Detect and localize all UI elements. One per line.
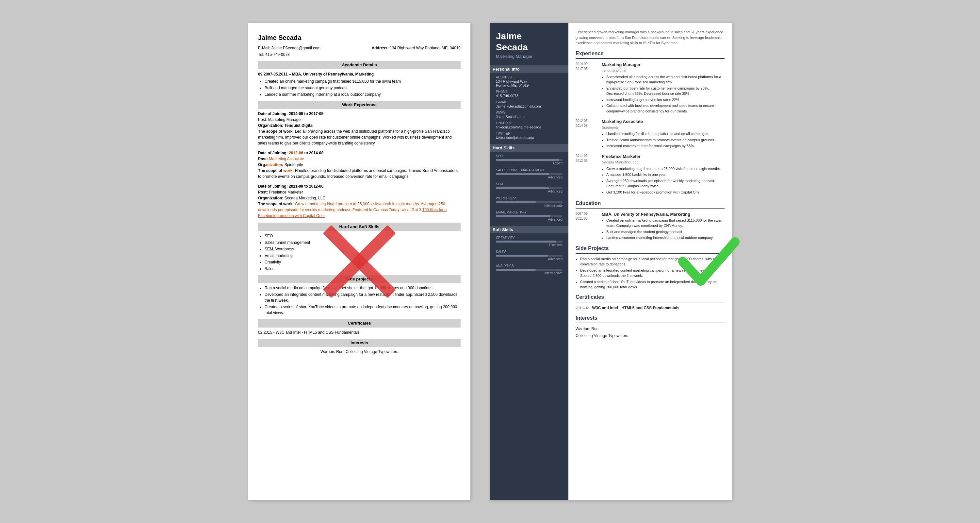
soft-skills-section: Soft Skills (490, 226, 568, 233)
list-item: Developed an integrated content marketin… (265, 292, 461, 303)
summary: Experienced growth marketing manager wit… (576, 29, 725, 46)
interests-section-title: Interests (258, 339, 461, 347)
skill-wordpress: WORDPRESS Intermediate (496, 196, 563, 207)
skill-seo: SEO Expert (496, 154, 563, 165)
personal-address: Address 134 Rightward WayPortland, ME, 0… (496, 75, 563, 87)
list-item: Collaborated with business development a… (606, 103, 725, 114)
list-item: Spearheaded all branding across the web … (606, 74, 725, 85)
list-item: Sales (265, 266, 461, 272)
skill-sem: SEM Advanced (496, 182, 563, 193)
personal-linkedin: LinkedIn linkedin.com/n/jaime-secada (496, 121, 563, 129)
personal-info-section: Personal Info (490, 65, 568, 73)
cert-item: 02.2015 - W3C and Intel - HTML5 and CSS … (258, 330, 461, 335)
academic-section-title: Academic Details (258, 61, 461, 69)
list-item: SEO (265, 233, 461, 239)
certs-section-title: Certificates (258, 319, 461, 327)
exp-block-1: 2014-09 -2017-05 Marketing Manager Tenqu… (576, 61, 725, 115)
list-item: Email marketing (265, 253, 461, 258)
exp-block-3: 2011-09 -2012-06 Freelance Marketer Seca… (576, 153, 725, 196)
list-item: Built and managed the student geology po… (606, 229, 725, 235)
personal-www: WWW JaimeSecada.com (496, 111, 563, 119)
right-resume: Jaime Secada Marketing Manager Personal … (490, 23, 732, 500)
side-projects-list: Ran a social media ad campaign for a loc… (576, 256, 725, 290)
list-item: Created an online marketing campaign tha… (265, 78, 461, 85)
skill-email-marketing: EMAIL MARKETING Advanced (496, 210, 563, 221)
left-email: E-Mail: Jaime.FSecada@gmail.com (258, 45, 320, 51)
left-tel: Tel: 415-749-0073 (258, 52, 461, 57)
skill-creativity: CREATIVITY Excellent (496, 236, 563, 247)
right-title: Marketing Manager (496, 54, 563, 59)
skill-sales: SALES Advanced (496, 250, 563, 261)
personal-phone: Phone 415-749-0073 (496, 90, 563, 98)
list-item: Handled branding for distributed platfor… (606, 131, 715, 137)
list-item: Got 3,100 likes for a Facebook promotion… (606, 190, 725, 195)
list-item: Grew a marketing blog from zero to 25,00… (606, 166, 725, 172)
list-item: Ran a social media ad campaign for a loc… (580, 256, 725, 267)
list-item: Ran a social media ad campaign for a loc… (265, 285, 461, 291)
personal-twitter: Twitter twitter.com/jaimesecada (496, 132, 563, 140)
list-item: Creativity (265, 259, 461, 265)
list-item: Created a series of short YouTube videos… (580, 279, 725, 290)
left-address: Address: 134 Rightward Way Portland, ME,… (372, 45, 461, 51)
list-item: Created an online marketing campaign tha… (606, 218, 725, 228)
academic-bullets: Created an online marketing campaign tha… (258, 78, 461, 97)
interest-2: Collecting Vintage Typewriters (576, 333, 725, 339)
edu-block-1: 2007-09 -2011-05 MBA, University of Penn… (576, 211, 725, 241)
work-block-3: Date of Joining: 2011-09 to 2012-06 Post… (258, 183, 461, 219)
list-item: SEM, Wordpress (265, 246, 461, 252)
list-item: Enhanced our open rate for customer onli… (606, 86, 725, 96)
list-item: Developed an integrated content marketin… (580, 268, 725, 279)
cert-row-1: 2015-02 W3C and Intel - HTML5 and CSS Fu… (576, 305, 725, 311)
list-item: Trained Brand Ambassadors to promote eve… (606, 137, 715, 143)
certs-main-title: Certificates (576, 293, 725, 302)
list-item: Landed a summer marketing internship at … (265, 91, 461, 97)
hard-skills-section: Hard Skills (490, 144, 568, 151)
skills-list: SEO Sales funnel management SEM, Wordpre… (258, 233, 461, 272)
academic-block: 09.2007-05.2011 – MBA, University of Pen… (258, 71, 461, 97)
academic-degree: 09.2007-05.2011 – MBA, University of Pen… (258, 72, 374, 77)
side-section-title: Side projects (258, 275, 461, 284)
list-item: Increased landing page conversion rates … (606, 97, 725, 103)
interests-main-title: Interests (576, 314, 725, 323)
left-name-header: Jaime Secada (258, 33, 461, 43)
list-item: Averaged 250 downloads per episode for w… (606, 178, 725, 189)
personal-email: E-mail Jaime.FSecada@gmail.com (496, 100, 563, 108)
side-section-title: Side Projects (576, 244, 725, 254)
list-item: Landed a summer marketing internship at … (606, 235, 725, 241)
left-resume: Jaime Secada E-Mail: Jaime.FSecada@gmail… (248, 23, 470, 500)
work-block-2: Date of Joining: 2012-06 to 2014-08 Post… (258, 150, 461, 179)
right-name: Jaime Secada (496, 31, 563, 53)
exp-block-2: 2012-06 -2014-08 Marketing Associate Spi… (576, 118, 725, 149)
list-item: Increased conversion rate for email camp… (606, 143, 715, 149)
skill-sfm: SALES FUNNEL MANAGEMENT Advanced (496, 168, 563, 179)
work-block-1: Date of Joining: 2014-09 to 2017-05 Post… (258, 111, 461, 146)
exp-section-title: Experience (576, 50, 725, 59)
left-contact-row: E-Mail: Jaime.FSecada@gmail.com Address:… (258, 45, 461, 51)
list-item: Created a series of short YouTube videos… (265, 304, 461, 316)
edu-section-title: Education (576, 199, 725, 209)
side-list: Ran a social media ad campaign for a loc… (258, 285, 461, 316)
interests-text: Warriors Run, Collecting Vintage Typewri… (258, 349, 461, 355)
skills-section-title: Hard and Soft Skills (258, 223, 461, 231)
interest-1: Warriors Run (576, 326, 725, 332)
work-section-title: Work Experience (258, 100, 461, 109)
resume-sidebar: Jaime Secada Marketing Manager Personal … (490, 23, 568, 500)
list-item: Sales funnel management (265, 239, 461, 246)
list-item: Amassed 1,500 backlinks in one year. (606, 172, 725, 177)
skill-analytics: ANALYTICS Intermediate (496, 264, 563, 275)
left-name: Jaime Secada (258, 33, 461, 43)
list-item: Built and managed the student geology po… (265, 85, 461, 91)
resume-main-content: Experienced growth marketing manager wit… (568, 23, 732, 500)
